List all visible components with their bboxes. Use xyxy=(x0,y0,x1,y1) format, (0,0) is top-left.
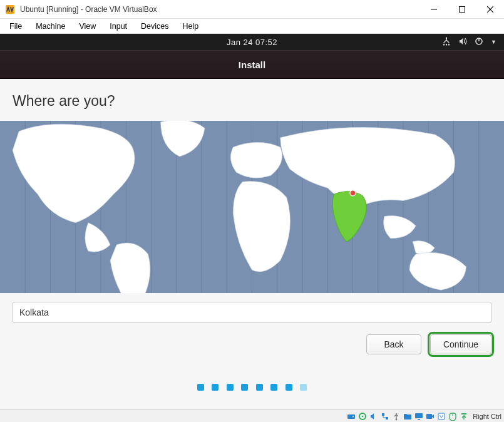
maximize-button[interactable] xyxy=(448,1,476,18)
svg-text:V: V xyxy=(440,414,443,419)
usb-icon[interactable] xyxy=(391,411,401,421)
network-status-icon[interactable] xyxy=(380,411,390,421)
recording-icon[interactable] xyxy=(425,411,435,421)
timezone-input[interactable] xyxy=(13,302,491,323)
hdd-icon[interactable] xyxy=(346,411,356,421)
gnome-topbar: Jan 24 07:52 ▼ xyxy=(0,34,504,50)
menu-devices[interactable]: Devices xyxy=(135,21,174,32)
progress-dot xyxy=(285,384,292,391)
guest-screen: Jan 24 07:52 ▼ Install Where are you? xyxy=(0,34,504,409)
power-icon[interactable] xyxy=(475,37,483,48)
installer-body: Where are you? xyxy=(0,79,504,393)
svg-point-35 xyxy=(362,415,364,417)
host-window-title: Ubuntu [Running] - Oracle VM VirtualBox xyxy=(20,5,419,14)
progress-dot xyxy=(256,384,263,391)
host-statusbar: V Right Ctrl xyxy=(0,409,504,422)
svg-rect-32 xyxy=(347,414,355,419)
svg-rect-36 xyxy=(382,413,384,416)
virtualbox-icon xyxy=(5,4,15,14)
progress-dot xyxy=(227,384,234,391)
progress-dots xyxy=(13,382,491,393)
menu-help[interactable]: Help xyxy=(177,21,205,32)
progress-dot xyxy=(270,384,277,391)
menu-machine[interactable]: Machine xyxy=(30,21,71,32)
host-menubar: File Machine View Input Devices Help xyxy=(0,19,504,34)
back-button[interactable]: Back xyxy=(366,334,421,354)
system-tray[interactable]: ▼ xyxy=(435,37,504,48)
page-title: Where are you? xyxy=(13,93,491,110)
svg-point-6 xyxy=(446,43,447,44)
svg-point-5 xyxy=(443,43,445,44)
menu-view[interactable]: View xyxy=(73,21,101,32)
continue-button[interactable]: Continue xyxy=(430,334,491,354)
shared-folder-icon[interactable] xyxy=(403,411,413,421)
timezone-map[interactable] xyxy=(0,121,504,293)
installer-titlebar: Install xyxy=(0,50,504,79)
location-pin-icon xyxy=(350,190,356,196)
optical-icon[interactable] xyxy=(357,411,368,421)
clock[interactable]: Jan 24 07:52 xyxy=(227,38,277,47)
svg-rect-41 xyxy=(415,413,423,418)
progress-dot xyxy=(197,384,204,391)
progress-dot xyxy=(241,384,248,391)
svg-rect-40 xyxy=(404,414,407,416)
close-button[interactable] xyxy=(476,1,504,18)
network-icon[interactable] xyxy=(442,37,451,48)
svg-point-38 xyxy=(396,418,398,420)
menu-input[interactable]: Input xyxy=(104,21,133,32)
svg-point-7 xyxy=(448,43,450,44)
progress-dot xyxy=(212,384,219,391)
progress-dot xyxy=(300,384,307,391)
svg-point-8 xyxy=(446,37,447,38)
mouse-integration-icon[interactable] xyxy=(448,411,458,421)
installer-title: Install xyxy=(239,59,265,70)
svg-rect-2 xyxy=(459,6,465,12)
svg-rect-47 xyxy=(461,413,466,414)
audio-icon[interactable] xyxy=(369,411,379,421)
menu-file[interactable]: File xyxy=(4,21,28,32)
host-key-label: Right Ctrl xyxy=(473,413,501,420)
svg-point-33 xyxy=(352,416,354,417)
chevron-down-icon[interactable]: ▼ xyxy=(491,39,496,45)
vbox-ga-icon[interactable]: V xyxy=(436,411,446,421)
display-icon[interactable] xyxy=(414,411,424,421)
keyboard-capture-icon[interactable] xyxy=(459,411,469,421)
host-titlebar: Ubuntu [Running] - Oracle VM VirtualBox xyxy=(0,0,504,19)
svg-rect-0 xyxy=(6,5,14,14)
volume-icon[interactable] xyxy=(458,37,467,48)
minimize-button[interactable] xyxy=(419,1,448,18)
svg-rect-42 xyxy=(418,419,420,420)
svg-rect-43 xyxy=(426,414,432,419)
